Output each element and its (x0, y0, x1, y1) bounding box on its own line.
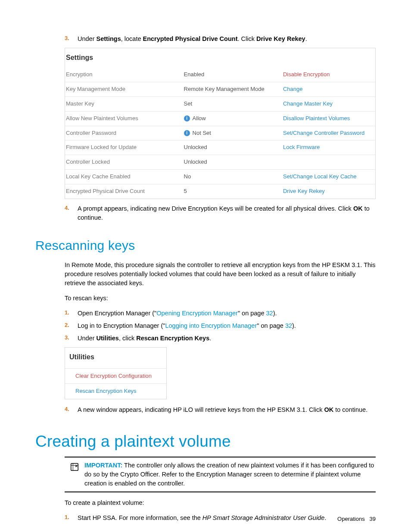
link-page-32[interactable]: 32 (285, 322, 292, 329)
step-number: 2. (65, 321, 78, 330)
settings-row: EncryptionEnabledDisable Encryption (65, 68, 375, 82)
link-opening-encryption-manager[interactable]: Opening Encryption Manager (156, 310, 238, 317)
rescan-step-1: 1. Open Encryption Manager ("Opening Enc… (65, 309, 376, 318)
settings-action-link[interactable]: Set/Change Controller Password (282, 126, 375, 140)
step-text: A new window appears, indicating HP iLO … (78, 405, 376, 414)
settings-row: Master KeySetChange Master Key (65, 96, 375, 111)
settings-action-link[interactable]: Change Master Key (282, 96, 375, 111)
info-icon: i (184, 115, 190, 121)
step-number: 4. (65, 204, 78, 222)
settings-value: No (183, 170, 282, 184)
rescan-step-2: 2. Log in to Encryption Manager ("Loggin… (65, 321, 376, 330)
footer-page: 39 (370, 516, 376, 522)
settings-value: 5 (183, 184, 282, 198)
settings-action-link[interactable]: Set/Change Local Key Cache (282, 170, 375, 184)
settings-value: Remote Key Management Mode (183, 82, 282, 97)
page-footer: Operations 39 (337, 515, 376, 523)
settings-row: Allow New Plaintext VolumesiAllowDisallo… (65, 111, 375, 126)
rescan-step-4: 4. A new window appears, indicating HP i… (65, 405, 376, 414)
rescan-intro: In Remote Mode, this procedure signals t… (65, 261, 376, 288)
important-icon (65, 461, 84, 488)
heading-creating-plaintext-volume: Creating a plaintext volume (35, 430, 376, 453)
settings-label: Local Key Cache Enabled (65, 170, 183, 184)
link-page-32[interactable]: 32 (266, 310, 273, 317)
settings-value: Unlocked (183, 155, 282, 170)
step-text: Start HP SSA. For more information, see … (78, 513, 376, 523)
utilities-item-clear-encryption[interactable]: Clear Encryption Configuration (65, 368, 166, 384)
settings-label: Key Management Mode (65, 82, 183, 97)
settings-row: Encrypted Physical Drive Count5Drive Key… (65, 184, 375, 198)
settings-panel-screenshot: Settings EncryptionEnabledDisable Encryp… (65, 48, 376, 199)
settings-action-link[interactable]: Disallow Plaintext Volumes (282, 111, 375, 126)
settings-action-link[interactable]: Disable Encryption (282, 68, 375, 82)
settings-row: Controller PasswordiNot SetSet/Change Co… (65, 126, 375, 140)
important-note: IMPORTANT: The controller only allows th… (65, 457, 376, 492)
settings-title: Settings (65, 48, 375, 67)
step-number: 1. (65, 309, 78, 318)
utilities-panel-screenshot: Utilities Clear Encryption Configuration… (65, 347, 167, 399)
important-body: IMPORTANT: The controller only allows th… (84, 461, 376, 488)
settings-action-link[interactable]: Lock Firmware (282, 140, 375, 155)
step-text: Log in to Encryption Manager ("Logging i… (78, 321, 376, 330)
create-to: To create a plaintext volume: (65, 498, 376, 507)
info-icon: i (184, 130, 190, 136)
create-step-1: 1. Start HP SSA. For more information, s… (65, 513, 376, 523)
step-text: Open Encryption Manager ("Opening Encryp… (78, 309, 376, 318)
rescan-step-3: 3. Under Utilities, click Rescan Encrypt… (65, 334, 376, 343)
important-label: IMPORTANT: (84, 462, 122, 469)
step-number: 3. (65, 34, 78, 44)
rescan-to: To rescan keys: (65, 294, 376, 303)
footer-section: Operations (337, 516, 365, 522)
settings-label: Allow New Plaintext Volumes (65, 111, 183, 126)
settings-row: Key Management ModeRemote Key Management… (65, 82, 375, 97)
settings-action-link[interactable]: Change (282, 82, 375, 97)
step-3: 3. Under Settings, locate Encrypted Phys… (65, 34, 376, 44)
step-number: 3. (65, 334, 78, 343)
step-text: Under Utilities, click Rescan Encryption… (78, 334, 376, 343)
settings-row: Local Key Cache EnabledNoSet/Change Loca… (65, 170, 375, 184)
settings-label: Master Key (65, 96, 183, 111)
settings-label: Encrypted Physical Drive Count (65, 184, 183, 198)
settings-label: Encryption (65, 68, 183, 82)
settings-value: Enabled (183, 68, 282, 82)
utilities-item-rescan-keys[interactable]: Rescan Encryption Keys (65, 383, 166, 399)
settings-label: Controller Locked (65, 155, 183, 170)
link-logging-into-encryption-manager[interactable]: Logging into Encryption Manager (165, 322, 257, 329)
heading-rescanning-keys: Rescanning keys (35, 236, 376, 255)
step-4: 4. A prompt appears, indicating new Driv… (65, 204, 376, 222)
settings-table: EncryptionEnabledDisable EncryptionKey M… (65, 68, 375, 199)
settings-value: Unlocked (183, 140, 282, 155)
step-text: A prompt appears, indicating new Drive E… (78, 204, 376, 222)
settings-action-link[interactable]: Drive Key Rekey (282, 184, 375, 198)
settings-value: iNot Set (183, 126, 282, 140)
settings-label: Controller Password (65, 126, 183, 140)
step-text: Under Settings, locate Encrypted Physica… (78, 34, 376, 44)
settings-value: iAllow (183, 111, 282, 126)
settings-action-link (282, 155, 375, 170)
settings-value: Set (183, 96, 282, 111)
step-number: 4. (65, 405, 78, 414)
settings-row: Firmware Locked for UpdateUnlockedLock F… (65, 140, 375, 155)
utilities-title: Utilities (65, 348, 166, 368)
step-number: 1. (65, 513, 78, 523)
settings-label: Firmware Locked for Update (65, 140, 183, 155)
settings-row: Controller LockedUnlocked (65, 155, 375, 170)
